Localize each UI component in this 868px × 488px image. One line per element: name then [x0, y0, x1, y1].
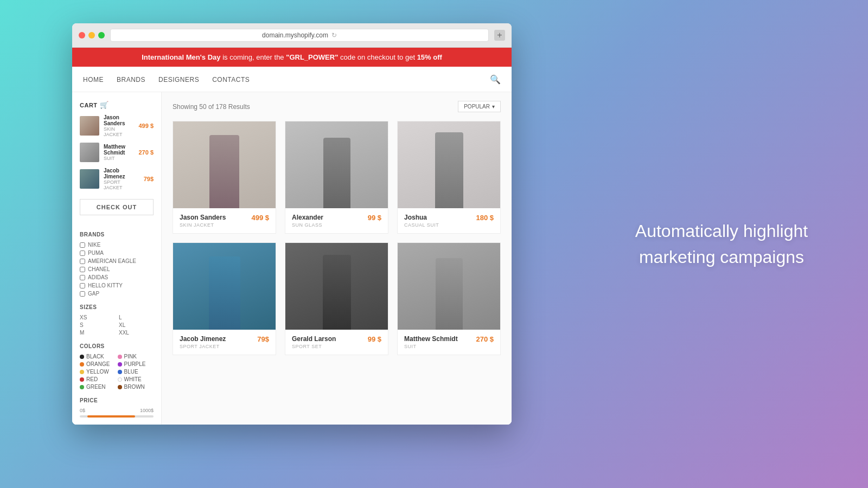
nav-designers[interactable]: DESIGNERS: [158, 76, 199, 84]
campaign-line2: marketing campaigns: [639, 247, 804, 267]
brand-label-adidas: ADIDAS: [88, 274, 108, 280]
color-green[interactable]: GREEN: [80, 384, 116, 390]
product-sub-1: SKIN JACKET: [180, 222, 226, 228]
size-m[interactable]: M: [80, 330, 114, 336]
campaign-line1: Automatically highlight: [635, 221, 808, 241]
sizes-title: SIZES: [80, 304, 154, 310]
price-slider-fill: [87, 415, 135, 418]
colors-grid: BLACK PINK ORANGE PURPLE YELLOW BLUE RED…: [80, 354, 154, 390]
sizes-grid: XS L S XL M XXL: [80, 314, 154, 336]
right-panel: Automatically highlight marketing campai…: [521, 0, 868, 488]
product-info-5: Gerald Larson SPORT SET 99 $: [285, 330, 388, 355]
price-section: PRICE 0$ 1000$: [80, 397, 154, 418]
color-pink[interactable]: PINK: [118, 354, 154, 359]
address-bar[interactable]: domain.myshopify.com ↻: [110, 29, 489, 42]
brands-section: BRANDS NIKE PUMA AMERICAN EAGLE CHANEL: [80, 232, 154, 297]
brand-filter-puma[interactable]: PUMA: [80, 250, 154, 256]
product-price-6: 270 $: [476, 335, 494, 343]
price-labels: 0$ 1000$: [80, 408, 154, 413]
cart-item: Jason Sanders SKIN JACKET 499 $: [80, 114, 154, 137]
size-xl[interactable]: XL: [119, 322, 154, 328]
cart-item: Matthew Schmidt SUIT 270 $: [80, 143, 154, 162]
product-price-1: 499 $: [251, 214, 269, 222]
cart-item-name-3: Jacob Jimenez: [104, 168, 139, 179]
brand-checkbox-chanel[interactable]: [80, 267, 85, 272]
cart-label: CART: [80, 102, 98, 108]
product-card[interactable]: Alexander SUN GLASS 99 $: [285, 121, 388, 234]
close-button[interactable]: [79, 32, 85, 38]
product-name-1: Jason Sanders: [180, 214, 226, 221]
product-card[interactable]: Jason Sanders SKIN JACKET 499 $: [173, 121, 276, 234]
brand-filter-gap[interactable]: GAP: [80, 291, 154, 297]
color-yellow[interactable]: YELLOW: [80, 369, 116, 375]
nav-contacts[interactable]: CONTACTS: [212, 76, 250, 84]
brand-label-american-eagle: AMERICAN EAGLE: [88, 258, 136, 264]
brand-checkbox-american-eagle[interactable]: [80, 259, 85, 264]
price-max: 1000$: [140, 408, 154, 413]
minimize-button[interactable]: [88, 32, 95, 38]
product-sub-6: SUIT: [404, 344, 458, 349]
cart-item-info-2: Matthew Schmidt SUIT: [104, 144, 134, 161]
site-navigation: HOME BRANDS DESIGNERS CONTACTS 🔍: [72, 67, 512, 92]
size-l[interactable]: L: [119, 314, 154, 320]
brand-filter-nike[interactable]: NIKE: [80, 242, 154, 248]
sort-button[interactable]: POPULAR ▾: [458, 101, 501, 112]
color-orange[interactable]: ORANGE: [80, 361, 116, 367]
cart-title: CART 🛒: [80, 101, 154, 109]
cart-section: CART 🛒 Jason Sanders SKIN JACKET 499 $: [80, 101, 154, 224]
cart-icon: 🛒: [100, 101, 109, 109]
refresh-icon[interactable]: ↻: [331, 31, 337, 39]
product-name-2: Alexander: [292, 214, 323, 221]
product-card[interactable]: Joshua CASUAL SUIT 180 $: [397, 121, 501, 234]
brand-checkbox-gap[interactable]: [80, 291, 85, 297]
product-card[interactable]: Jacob Jimenez SPORT JACKET 79$: [173, 242, 276, 355]
product-info-4: Jacob Jimenez SPORT JACKET 79$: [173, 330, 276, 355]
products-grid: Jason Sanders SKIN JACKET 499 $: [173, 121, 501, 355]
product-image-3: [398, 121, 500, 208]
brand-filter-adidas[interactable]: ADIDAS: [80, 274, 154, 280]
browser-window: domain.myshopify.com ↻ + International M…: [72, 23, 512, 425]
product-card[interactable]: Matthew Schmidt SUIT 270 $: [397, 242, 501, 355]
color-blue[interactable]: BLUE: [118, 369, 154, 375]
brand-checkbox-puma[interactable]: [80, 251, 85, 256]
nav-brands[interactable]: BRANDS: [117, 76, 145, 84]
cart-item-price-3: 79$: [144, 176, 154, 182]
maximize-button[interactable]: [98, 32, 105, 38]
brand-checkbox-hello-kitty[interactable]: [80, 283, 85, 288]
product-image-2: [285, 121, 388, 208]
brand-checkbox-nike[interactable]: [80, 242, 85, 248]
search-icon[interactable]: 🔍: [490, 74, 501, 85]
color-black[interactable]: BLACK: [80, 354, 116, 359]
product-card[interactable]: Gerald Larson SPORT SET 99 $: [285, 242, 388, 355]
new-tab-button[interactable]: +: [494, 30, 505, 41]
cart-item-price-2: 270 $: [138, 149, 154, 156]
product-sub-2: SUN GLASS: [292, 222, 323, 228]
size-xxl[interactable]: XXL: [119, 330, 154, 336]
traffic-lights: [79, 32, 105, 38]
brand-filter-american-eagle[interactable]: AMERICAN EAGLE: [80, 258, 154, 264]
product-name-3: Joshua: [404, 214, 439, 221]
brand-filter-hello-kitty[interactable]: HELLO KITTY: [80, 282, 154, 288]
product-sub-5: SPORT SET: [292, 344, 336, 349]
checkout-button[interactable]: CHECK OUT: [80, 199, 154, 215]
color-white[interactable]: WHITE: [118, 376, 154, 382]
cart-item-thumb-3: [80, 169, 99, 189]
color-brown[interactable]: BROWN: [118, 384, 154, 390]
product-info-2: Alexander SUN GLASS 99 $: [285, 208, 388, 233]
price-slider[interactable]: [80, 415, 154, 418]
size-xs[interactable]: XS: [80, 314, 114, 320]
cart-item-info-1: Jason Sanders SKIN JACKET: [104, 114, 134, 137]
campaign-text: Automatically highlight marketing campai…: [635, 218, 808, 270]
brand-checkbox-adidas[interactable]: [80, 275, 85, 280]
results-count: Showing 50 of 178 Results: [173, 103, 250, 111]
product-price-4: 79$: [257, 335, 269, 343]
size-s[interactable]: S: [80, 322, 114, 328]
color-red[interactable]: RED: [80, 376, 116, 382]
color-purple[interactable]: PURPLE: [118, 361, 154, 367]
cart-item-sub-3: SPORT JACKET: [104, 179, 139, 190]
products-area: Showing 50 of 178 Results POPULAR ▾: [162, 92, 512, 425]
product-name-5: Gerald Larson: [292, 335, 336, 343]
url-text: domain.myshopify.com: [262, 31, 328, 39]
brand-filter-chanel[interactable]: CHANEL: [80, 266, 154, 272]
nav-home[interactable]: HOME: [83, 76, 104, 84]
